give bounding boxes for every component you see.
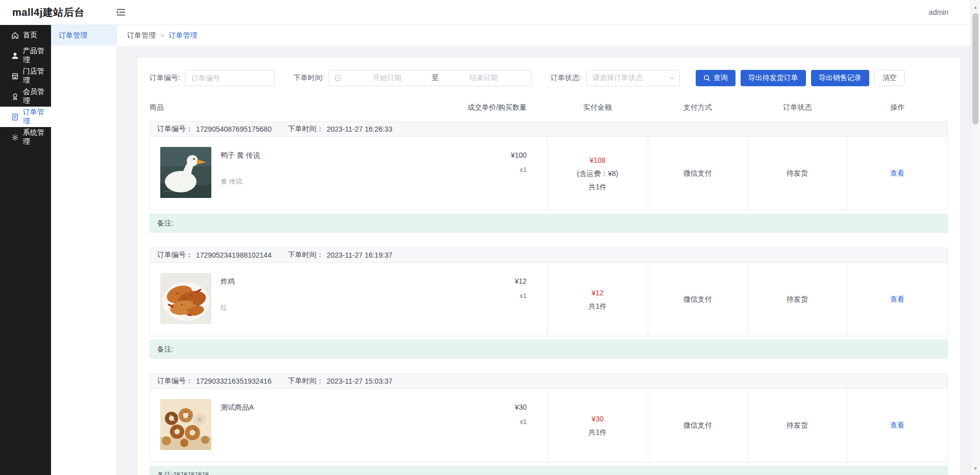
member-medal-icon [11,92,19,101]
order-group-header: 订单编号： 1729052341988102144 下单时间： 2023-11-… [150,247,948,263]
app-root: mall4j建站后台 admin 首页 产品管理 [0,0,980,475]
order-no-input[interactable] [185,70,275,86]
sidebar-item-orders[interactable]: 订单管理 [0,107,51,127]
main-area: 订单管理 > 订单管理 订单编号: 下单时间: [117,25,980,475]
order-number: 1729052341988102144 [196,251,272,259]
order-time-label: 下单时间： [288,124,324,134]
product-image-duck [160,147,211,198]
gear-icon [11,133,19,141]
amount-cell: ¥12 共1件 [547,263,648,336]
home-icon [11,31,19,39]
export-sales-button[interactable]: 导出销售记录 [811,70,869,86]
sidebar-item-products[interactable]: 产品管理 [0,45,51,66]
start-date-placeholder[interactable]: 开始日期 [345,73,430,83]
order-time-label: 下单时间： [288,251,324,260]
product-name: 炸鸡 [220,277,476,286]
order-status-select[interactable]: 请选择订单状态 [586,70,680,86]
product-info: 鸭子 黄 传说 黄 传说 [211,147,476,199]
store-icon [11,72,19,80]
freight-note: (含运费：¥8) [577,167,618,180]
secondary-sidebar: 订单管理 [51,25,117,475]
product-cell: 测试商品A ¥30 x1 [150,389,547,462]
col-header-status: 订单状态 [747,103,847,112]
unit-price: ¥100 [476,151,527,159]
sidebar-item-label: 订单管理 [23,108,51,126]
scroll-down-arrow[interactable]: ▼ [971,464,980,473]
col-header-unit-price: 成交单价/购买数量 [413,103,547,112]
sidebar-item-home[interactable]: 首页 [0,25,51,45]
sidebar-item-system[interactable]: 系统管理 [0,127,51,147]
count-note: 共1件 [589,299,607,313]
product-cell: 鸭子 黄 传说 黄 传说 ¥100 x1 [150,137,547,210]
vertical-scrollbar[interactable]: ▲ ▼ [970,0,980,475]
sidebar-item-label: 会员管理 [23,87,51,106]
remark-label: 备注: [157,471,174,475]
order-time: 2023-11-27 16:19:37 [327,251,393,259]
export-pending-button[interactable]: 导出待发货订单 [741,70,806,86]
col-header-product: 商品 [150,103,413,112]
order-row: 鸭子 黄 传说 黄 传说 ¥100 x1 ¥108 (含运费：¥8 [150,137,948,210]
quantity: x1 [476,292,527,299]
scroll-thumb[interactable] [972,13,978,124]
filter-bar: 订单编号: 下单时间: 开始日期 至 结束日期 [150,70,948,86]
table-header-row: 商品 成交单价/购买数量 实付金额 支付方式 订单状态 操作 [150,103,948,112]
order-number: 1729054087695175680 [196,125,272,133]
chevron-down-icon [669,75,675,81]
product-spec: 黄 传说 [220,177,476,186]
paid-amount: ¥108 [590,154,605,167]
breadcrumb-item[interactable]: 订单管理 [127,31,156,40]
sidebar-item-stores[interactable]: 门店管理 [0,66,51,86]
order-status: 待发货 [747,389,847,462]
order-group: 订单编号： 1729033216351932416 下单时间： 2023-11-… [150,373,948,475]
product-image-donuts [160,399,211,450]
order-time-label: 下单时间： [288,377,324,386]
order-time: 2023-11-27 15:03:37 [327,377,393,385]
user-name[interactable]: admin [929,8,948,16]
main-sidebar: 首页 产品管理 门店管理 会员管理 [0,25,51,475]
payment-method: 微信支付 [648,389,747,462]
col-header-payment: 支付方式 [648,103,748,112]
view-link[interactable]: 查看 [890,169,904,178]
order-document-icon [11,113,19,121]
collapse-menu-icon[interactable] [116,8,126,16]
order-list-card: 订单编号: 下单时间: 开始日期 至 结束日期 [137,58,960,475]
sidebar-item-label: 系统管理 [23,128,51,146]
sidebar-item-members[interactable]: 会员管理 [0,86,51,107]
remark-text: 顶顶顶顶顶 [174,471,209,475]
user-icon [11,52,19,60]
order-no-label: 订单编号: [150,73,180,83]
product-name: 鸭子 黄 传说 [220,151,476,160]
end-date-placeholder[interactable]: 结束日期 [441,73,526,83]
order-remark: 备注: [150,340,948,359]
sidebar-item-label: 门店管理 [23,67,51,85]
order-row: 炸鸡 红 ¥12 x1 ¥12 [150,263,948,336]
breadcrumb: 订单管理 > 订单管理 [117,25,980,46]
view-link[interactable]: 查看 [890,421,904,430]
price-quantity: ¥30 x1 [476,399,547,452]
tab-order-management[interactable]: 订单管理 [51,25,116,45]
order-number: 1729033216351932416 [196,377,272,385]
scroll-up-arrow[interactable]: ▲ [971,3,980,12]
count-note: 共1件 [589,180,607,193]
action-cell: 查看 [847,137,947,210]
order-no-label: 订单编号： [157,377,193,386]
range-separator: 至 [430,73,441,83]
view-link[interactable]: 查看 [890,295,904,304]
price-quantity: ¥12 x1 [476,273,547,326]
date-range-picker[interactable]: 开始日期 至 结束日期 [329,70,532,86]
search-icon [703,74,710,82]
order-group-header: 订单编号： 1729054087695175680 下单时间： 2023-11-… [150,121,948,137]
clear-button[interactable]: 清空 [874,70,905,86]
payment-method: 微信支付 [648,137,747,210]
unit-price: ¥30 [476,403,527,411]
quantity: x1 [476,166,527,173]
quantity: x1 [476,418,527,426]
order-group: 订单编号： 1729054087695175680 下单时间： 2023-11-… [150,121,948,233]
product-cell: 炸鸡 红 ¥12 x1 [150,263,547,336]
col-header-action: 操作 [847,103,948,112]
order-no-label: 订单编号： [157,251,193,260]
product-name: 测试商品A [220,403,476,412]
product-info: 炸鸡 红 [211,273,476,326]
search-button[interactable]: 查询 [696,70,736,86]
product-image-fried-chicken [160,273,211,324]
